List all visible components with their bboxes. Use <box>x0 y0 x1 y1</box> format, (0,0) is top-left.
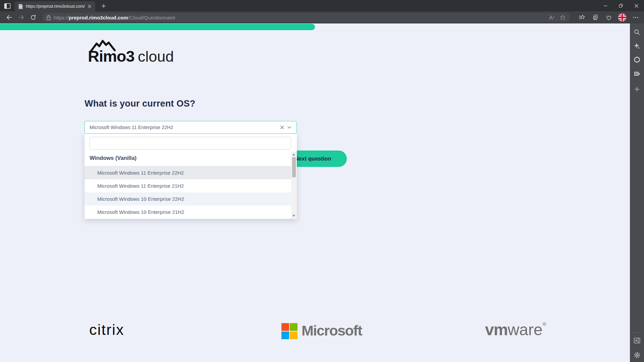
citrix-logo: citrix <box>89 321 124 339</box>
vmware-logo: vmware® <box>485 320 546 339</box>
page-favicon <box>18 4 23 9</box>
browser-window: https://preprod.rimo3cloud.com/ https://… <box>0 0 644 362</box>
os-option[interactable]: Microsoft Windows 11 Enterprise 22H2 <box>85 166 291 179</box>
url-path: /Cloud/Questionnaire <box>128 15 175 20</box>
vmware-ware: ware <box>507 321 542 339</box>
edge-sidebar <box>630 23 644 362</box>
option-group-label: Windows (Vanilla) <box>90 155 137 161</box>
question-heading: What is your current OS? <box>85 99 195 109</box>
questionnaire-page: Rimo3cloud What is your current OS? Micr… <box>0 23 630 362</box>
os-option[interactable]: Microsoft Windows 10 Enterprise 21H2 <box>85 205 291 219</box>
scroll-down-arrow[interactable] <box>292 215 295 217</box>
progress-bar <box>0 24 315 30</box>
browser-tab[interactable]: https://preprod.rimo3cloud.com/ <box>15 1 95 11</box>
sidebar-outlook-icon[interactable] <box>632 69 642 78</box>
ms-square-blue <box>281 331 289 339</box>
clear-selection-icon[interactable] <box>278 124 286 131</box>
favorites-icon[interactable] <box>577 12 587 22</box>
os-select-value: Microsoft Windows 11 Enterprise 22H2 <box>90 125 278 130</box>
sidebar-search-icon[interactable] <box>632 27 642 37</box>
vmware-registered-mark: ® <box>542 321 546 327</box>
microsoft-wordmark: Microsoft <box>302 322 362 339</box>
tab-close-icon[interactable] <box>87 3 93 9</box>
window-controls <box>598 0 644 11</box>
url-domain: preprod.rimo3cloud.com <box>69 15 128 20</box>
url-text: https://preprod.rimo3cloud.com/Cloud/Que… <box>54 15 175 20</box>
os-option[interactable]: Microsoft Windows 10 Enterprise 22H2 <box>85 192 291 205</box>
ms-square-red <box>281 323 289 331</box>
more-menu-icon[interactable] <box>631 12 641 22</box>
address-bar[interactable]: https://preprod.rimo3cloud.com/Cloud/Que… <box>42 13 570 22</box>
vmware-vm: vm <box>485 321 507 339</box>
browser-titlebar: https://preprod.rimo3cloud.com/ <box>0 0 644 11</box>
scroll-up-arrow[interactable] <box>292 154 295 156</box>
sidebar-divider <box>632 333 642 333</box>
microsoft-squares-icon <box>281 323 298 339</box>
open-sidebar-icon[interactable] <box>632 336 642 345</box>
browser-essentials-icon[interactable] <box>604 12 614 22</box>
url-scheme: https:// <box>54 15 69 20</box>
sidebar-settings-gear-icon[interactable] <box>632 350 642 360</box>
microsoft-logo: Microsoft <box>281 323 362 339</box>
ms-square-green <box>290 323 298 331</box>
logo-rimo3: Rimo3 <box>88 47 135 65</box>
scrollbar-thumb[interactable] <box>292 157 296 177</box>
profile-avatar[interactable] <box>617 12 627 22</box>
restore-button[interactable] <box>613 0 629 11</box>
collections-icon[interactable] <box>590 12 600 22</box>
read-aloud-icon[interactable] <box>547 13 556 22</box>
refresh-button[interactable] <box>28 12 38 22</box>
sidebar-add-icon[interactable] <box>632 84 642 94</box>
back-button[interactable] <box>4 12 14 22</box>
os-option[interactable]: Microsoft Windows 11 Enterprise 21H2 <box>85 179 291 192</box>
sidebar-discover-icon[interactable] <box>632 41 642 51</box>
workspaces-icon <box>4 3 11 9</box>
new-tab-button[interactable] <box>99 2 108 10</box>
logo-cloud: cloud <box>138 48 174 65</box>
tab-title: https://preprod.rimo3cloud.com/ <box>26 4 87 9</box>
plus-icon <box>101 4 106 8</box>
close-window-button[interactable] <box>629 0 644 11</box>
forward-button[interactable] <box>16 12 26 22</box>
tab-actions-button[interactable] <box>3 2 12 10</box>
os-dropdown-panel: Windows (Vanilla) Microsoft Windows 11 E… <box>85 134 297 219</box>
lock-icon <box>46 15 51 20</box>
dropdown-scrollbar[interactable] <box>291 152 297 219</box>
os-select[interactable]: Microsoft Windows 11 Enterprise 22H2 <box>85 121 297 134</box>
minimize-button[interactable] <box>598 0 613 11</box>
add-favorite-icon[interactable] <box>558 13 567 22</box>
dropdown-search-input[interactable] <box>90 137 291 149</box>
logo-text: Rimo3cloud <box>88 47 174 65</box>
ms-square-yellow <box>290 331 298 339</box>
chevron-down-icon[interactable] <box>286 124 292 131</box>
sidebar-office-icon[interactable] <box>632 55 642 64</box>
browser-toolbar: https://preprod.rimo3cloud.com/Cloud/Que… <box>0 11 644 23</box>
